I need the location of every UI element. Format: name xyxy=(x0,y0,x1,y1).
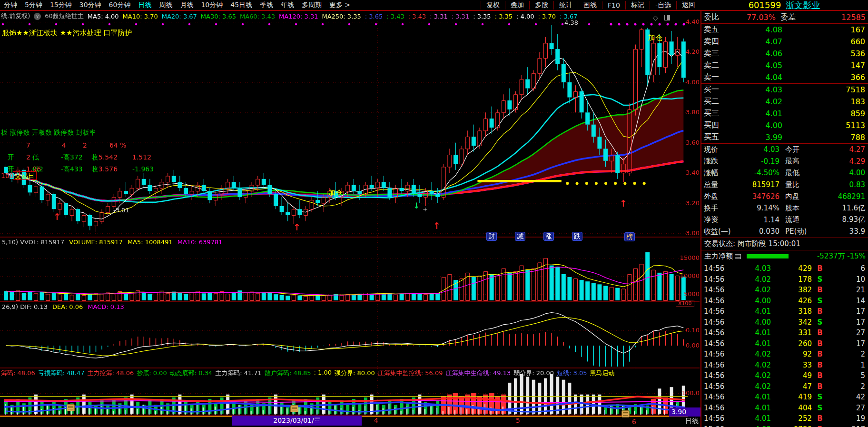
toolbar-button[interactable]: 统计 xyxy=(553,1,578,10)
volume-header-item: MA10: 639781 xyxy=(178,238,223,246)
bid-row[interactable]: 买四 4.00 5113 xyxy=(701,119,868,131)
toolbar-button[interactable]: 画线 xyxy=(578,1,602,10)
toolbar-button[interactable]: 叠加 xyxy=(505,1,529,10)
period-tab[interactable]: 15分钟 xyxy=(46,1,76,10)
ma-legend-item: : 3.31 xyxy=(452,13,469,20)
diamond-icon[interactable]: ◇ xyxy=(653,14,658,21)
info-value: 815917 xyxy=(733,180,779,189)
chip-header-item: 主力筹码: 41.71 xyxy=(215,369,262,377)
tick-row: 14:56 4.02 47 B 2 xyxy=(701,381,868,392)
period-tab[interactable]: 45日线 xyxy=(227,1,256,10)
ma-legend-item: : 3.65 xyxy=(365,13,383,20)
chip-axis-label: 100.0 xyxy=(679,389,700,397)
gap-stat-token: -高372 xyxy=(61,153,83,162)
month-axis-label: 5 xyxy=(516,417,520,424)
info-row: 涨跌 -0.19 最高 4.29 xyxy=(701,156,868,168)
price-axis-label: 4.20 xyxy=(681,48,700,55)
ask-row[interactable]: 卖五 4.08 167 xyxy=(701,24,868,36)
volume-header-item: VOLUME: 815917 xyxy=(69,238,123,246)
period-tab[interactable]: 周线 xyxy=(155,1,176,10)
toolbar-button[interactable]: 复权 xyxy=(481,1,505,10)
period-tab[interactable]: 季线 xyxy=(256,1,277,10)
toolbar-button[interactable]: 返回 xyxy=(676,1,700,10)
chart-canvas[interactable] xyxy=(0,0,700,427)
period-tab[interactable]: 60分钟 xyxy=(105,1,135,10)
ask-label: 卖四 xyxy=(701,37,730,47)
tag-finance[interactable]: 财 xyxy=(486,232,497,241)
bid-row[interactable]: 买一 4.03 7518 xyxy=(701,84,868,96)
tag-up[interactable]: 涨 xyxy=(543,232,554,241)
bid-row[interactable]: 买三 4.01 859 xyxy=(701,108,868,119)
tick-time: 14:56 xyxy=(701,328,729,337)
tick-list: 14:56 4.03 429 B 6 14:56 4.02 178 S 10 1… xyxy=(701,263,868,427)
tick-price: 4.01 xyxy=(729,393,771,401)
tick-count: 1 xyxy=(828,361,868,369)
bid-row[interactable]: 买五 3.99 788 xyxy=(701,131,868,143)
chevron-down-icon[interactable]: ∨ xyxy=(34,13,41,20)
toolbar-button[interactable]: 标记 xyxy=(625,1,650,10)
tick-row: 14:56 4.02 382 B 21 xyxy=(701,285,868,296)
tick-direction: S xyxy=(812,297,828,305)
tick-row: 14:56 4.01 260 B 17 xyxy=(701,338,868,349)
period-tab[interactable]: 10分钟 xyxy=(197,1,227,10)
toolbar-button[interactable]: F10 xyxy=(602,1,625,9)
ask-row[interactable]: 卖四 4.07 660 xyxy=(701,36,868,48)
toolbar-button[interactable]: 多股 xyxy=(529,1,553,10)
sell-signal-arrow-icon: ↓ xyxy=(413,201,420,210)
stock-code: 601599 xyxy=(749,0,781,10)
buy-signal-arrow-icon: ↑ xyxy=(433,220,441,231)
period-tab[interactable]: 月线 xyxy=(176,1,197,10)
bid-volume: 7518 xyxy=(782,85,868,94)
period-tab[interactable]: 日线 xyxy=(134,1,155,10)
ask-volume: 167 xyxy=(782,25,868,34)
period-tab[interactable]: 更多 > xyxy=(326,1,354,10)
tick-count: 27 xyxy=(828,404,868,412)
macd-axis-label: 0.10 xyxy=(681,327,700,334)
list-icon[interactable] xyxy=(735,254,741,259)
gap-stat-token: 1.512 xyxy=(132,153,151,161)
tag-reduce[interactable]: 减 xyxy=(515,232,525,241)
indicator-name[interactable]: 60超短绝世主 xyxy=(45,12,84,20)
ma-legend-item: MA250: 3.35 xyxy=(322,13,361,20)
info-row: 现价 4.03 今开 4.27 xyxy=(701,144,868,156)
period-tab[interactable]: 分钟 xyxy=(0,1,21,10)
bid-price: 4.03 xyxy=(730,85,782,94)
chip-header-item: 庄筹集中监控线: 56.09 xyxy=(378,369,443,377)
main-force-bar xyxy=(747,254,789,258)
split-view-icon[interactable] xyxy=(664,15,670,20)
toolbar-button[interactable]: -自选 xyxy=(650,1,676,10)
ask-list: 卖五 4.08 167 卖四 4.07 660 卖三 4.06 536 卖二 4… xyxy=(701,24,868,83)
stock-name[interactable]: 浙文影业 xyxy=(786,0,820,11)
date-label: 2023/03/01/三 xyxy=(232,416,362,426)
period-tab[interactable]: 30分钟 xyxy=(76,1,105,10)
ask-row[interactable]: 卖三 4.06 536 xyxy=(701,48,868,60)
volume-header-item: MA5: 1008491 xyxy=(128,238,173,246)
tag-rank[interactable]: 榜 xyxy=(624,232,635,241)
tick-volume: 426 xyxy=(771,297,812,305)
period-tab[interactable]: 多周期 xyxy=(298,1,326,10)
tick-row: 14:56 4.00 426 S 14 xyxy=(701,295,868,306)
tag-down[interactable]: 跌 xyxy=(572,232,582,241)
tick-count: 6 xyxy=(828,264,868,273)
cross-mark-icon: + xyxy=(423,206,428,213)
info-label: 最低 xyxy=(779,169,811,178)
period-tab[interactable]: 5分钟 xyxy=(21,1,46,10)
ma-legend-item: MA20: 3.67 xyxy=(162,13,197,20)
info-label: PE(动) xyxy=(779,227,811,236)
info-value: 4.00 xyxy=(811,169,868,177)
tick-time: 14:56 xyxy=(701,350,729,358)
info-value: 33.9 xyxy=(811,227,868,236)
ask-row[interactable]: 卖一 4.04 366 xyxy=(701,71,868,83)
tick-direction: S xyxy=(812,318,828,327)
tick-price: 4.02 xyxy=(729,286,771,294)
tick-time: 14:56 xyxy=(701,404,729,412)
limit-stat-value: 7 xyxy=(26,141,30,149)
tick-price: 4.01 xyxy=(729,339,771,348)
bid-row[interactable]: 买二 4.02 183 xyxy=(701,96,868,108)
price-axis-label: 3.80 xyxy=(681,109,700,116)
price-axis-label: 4.00 xyxy=(681,79,700,86)
tick-price: 4.02 xyxy=(729,350,771,358)
adjust-mode-label: 线.前复权) xyxy=(1,12,30,20)
period-tab[interactable]: 年线 xyxy=(277,1,298,10)
ask-row[interactable]: 卖二 4.05 147 xyxy=(701,60,868,71)
